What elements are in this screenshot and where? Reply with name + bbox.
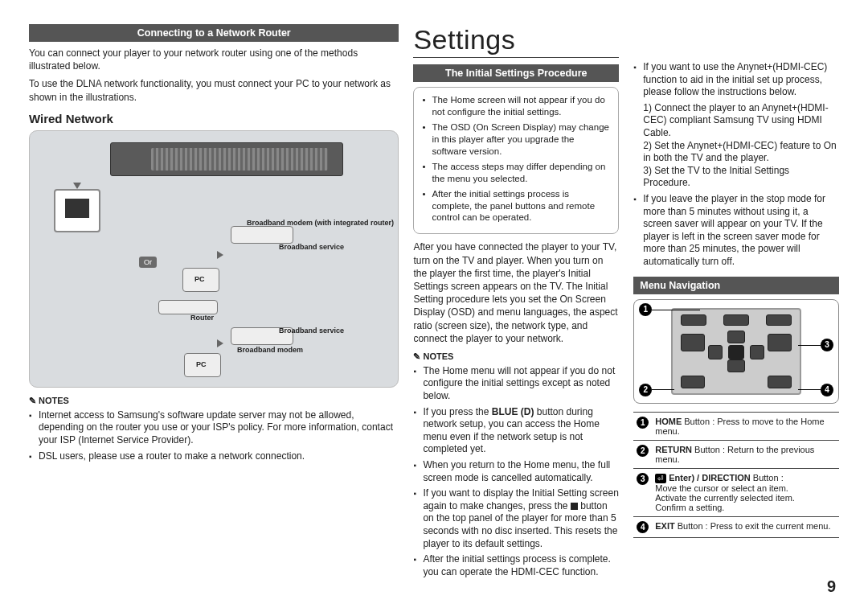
anynet-step: 1) Connect the player to an Anynet+(HDMI… bbox=[643, 102, 839, 140]
notes-heading-mid: NOTES bbox=[413, 351, 619, 362]
initial-settings-paragraph: After you have connected the player to y… bbox=[413, 240, 619, 345]
legend-row: 4 EXIT Button : Press to exit the curren… bbox=[633, 516, 839, 537]
legend-row: 3 ⏎ Enter) / DIRECTION Button : Move the… bbox=[633, 468, 839, 516]
legend-row: 2 RETURN Button : Return to the previous… bbox=[633, 440, 839, 468]
initial-settings-infobox: The Home screen will not appear if you d… bbox=[413, 87, 619, 234]
anynet-list: If you want to use the Anynet+(HDMI-CEC)… bbox=[633, 61, 839, 269]
note-item: If you press the BLUE (D) button during … bbox=[413, 406, 619, 456]
label-broadband-modem-integrated: Broadband modem (with integrated router) bbox=[247, 220, 394, 228]
info-bullet: The access steps may differ depending on… bbox=[422, 161, 610, 185]
page-number: 9 bbox=[827, 577, 836, 596]
notes-list-mid: The Home menu will not appear if you do … bbox=[413, 365, 619, 579]
note-item: Internet access to Samsung's software up… bbox=[29, 409, 399, 447]
callout-4: 4 bbox=[821, 384, 833, 396]
notes-heading-left: NOTES bbox=[29, 396, 399, 406]
info-bullet: After the initial settings process is co… bbox=[422, 188, 610, 224]
legend-table: 1 HOME Button : Press to move to the Hom… bbox=[633, 412, 839, 538]
stop-icon bbox=[571, 503, 578, 510]
label-broadband-service-1: Broadband service bbox=[279, 244, 344, 252]
note-item: After the initial settings process is co… bbox=[413, 553, 619, 578]
remote-diagram: 1 2 3 4 bbox=[633, 299, 839, 404]
section-bar-menu-nav: Menu Navigation bbox=[633, 277, 839, 294]
label-broadband-modem: Broadband modem bbox=[237, 347, 303, 355]
anynet-step: 3) Set the TV to the Initial Settings Pr… bbox=[643, 165, 839, 190]
label-broadband-service-2: Broadband service bbox=[279, 327, 344, 335]
intro-text-2: To use the DLNA network functionality, y… bbox=[29, 77, 399, 103]
wired-network-diagram: Or Broadband modem (with integrated rout… bbox=[29, 130, 399, 388]
label-pc-1: PC bbox=[194, 276, 205, 284]
note-item: The Home menu will not appear if you do … bbox=[413, 365, 619, 403]
label-router: Router bbox=[190, 314, 214, 322]
legend-row: 1 HOME Button : Press to move to the Hom… bbox=[633, 412, 839, 440]
info-bullet: The OSD (On Screen Display) may change i… bbox=[422, 121, 610, 158]
note-item: If you want to display the Initial Setti… bbox=[413, 487, 619, 550]
info-bullet: The Home screen will not appear if you d… bbox=[422, 94, 610, 118]
or-badge: Or bbox=[139, 257, 157, 268]
notes-list-left: Internet access to Samsung's software up… bbox=[29, 409, 399, 462]
anynet-bullet: If you want to use the Anynet+(HDMI-CEC)… bbox=[633, 61, 839, 190]
note-item: DSL users, please use a router to make a… bbox=[29, 450, 399, 463]
callout-1: 1 bbox=[639, 303, 652, 316]
anynet-step: 2) Set the Anynet+(HDMI-CEC) feature to … bbox=[643, 140, 839, 165]
label-pc-2: PC bbox=[196, 361, 207, 369]
section-bar-initial-settings: The Initial Settings Procedure bbox=[413, 64, 619, 82]
page-title-settings: Settings bbox=[413, 24, 619, 58]
callout-3: 3 bbox=[821, 339, 833, 351]
section-bar-connecting: Connecting to a Network Router bbox=[29, 24, 399, 42]
callout-2: 2 bbox=[639, 384, 652, 396]
note-item: When you return to the Home menu, the fu… bbox=[413, 459, 619, 484]
enter-icon: ⏎ bbox=[655, 474, 666, 483]
wired-network-heading: Wired Network bbox=[29, 112, 399, 125]
anynet-bullet: If you leave the player in the stop mode… bbox=[633, 193, 839, 269]
intro-text-1: You can connect your player to your netw… bbox=[29, 47, 399, 72]
